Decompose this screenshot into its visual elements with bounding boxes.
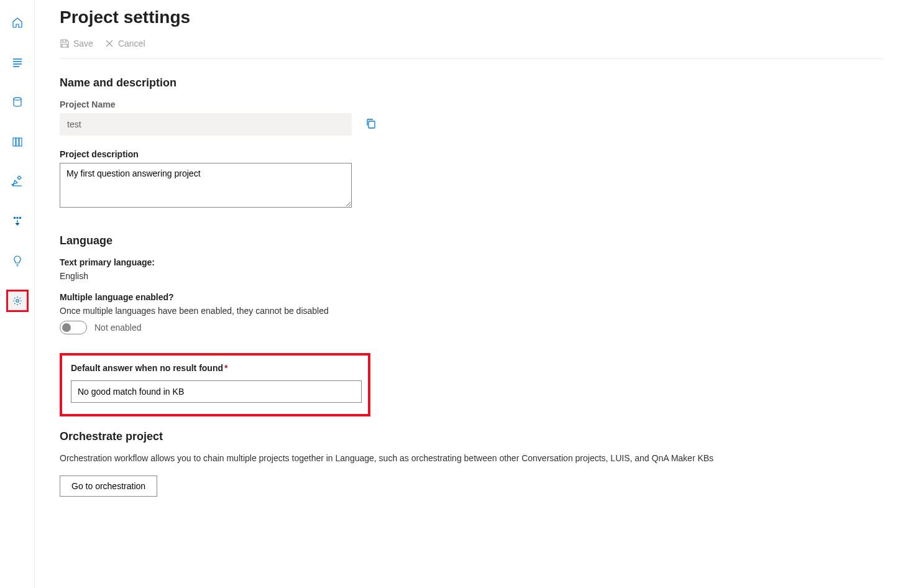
orchestrate-desc: Orchestration workflow allows you to cha… (60, 453, 883, 463)
default-answer-field[interactable] (71, 380, 362, 403)
sidebar-knowledge[interactable] (6, 131, 29, 153)
language-heading: Language (60, 234, 883, 247)
svg-point-0 (14, 98, 21, 100)
go-to-orchestration-button[interactable]: Go to orchestration (60, 475, 157, 497)
project-name-field (60, 113, 352, 136)
sidebar-suggestions[interactable] (6, 250, 29, 272)
sidebar-home[interactable] (6, 11, 29, 34)
edit-knowledge-icon (11, 175, 24, 188)
svg-rect-6 (19, 217, 21, 219)
svg-rect-3 (19, 138, 22, 146)
required-asterisk: * (224, 363, 227, 373)
project-desc-field[interactable] (60, 163, 352, 208)
left-nav-rail (0, 0, 35, 588)
library-icon (11, 136, 24, 148)
svg-rect-5 (16, 217, 18, 219)
sidebar-list[interactable] (6, 51, 29, 73)
cancel-button[interactable]: Cancel (104, 39, 145, 48)
svg-rect-2 (16, 138, 19, 146)
svg-rect-4 (14, 217, 16, 219)
gear-icon (11, 295, 24, 307)
sidebar-edit[interactable] (6, 170, 29, 193)
svg-point-7 (16, 300, 18, 302)
home-icon (11, 16, 24, 29)
lightbulb-icon (11, 255, 24, 267)
multi-lang-toggle-label: Not enabled (94, 323, 142, 333)
save-label: Save (73, 39, 93, 48)
copy-icon (365, 118, 377, 129)
default-answer-section: Default answer when no result found* (60, 353, 370, 416)
primary-lang-label: Text primary language: (60, 257, 883, 267)
main-content: Project settings Save Cancel Name and de… (35, 0, 908, 588)
multi-lang-note: Once multiple languages have been enable… (60, 306, 883, 316)
toolbar: Save Cancel (60, 39, 883, 59)
database-icon (11, 96, 24, 108)
cancel-label: Cancel (118, 39, 145, 48)
save-icon (60, 39, 70, 48)
svg-rect-8 (369, 121, 375, 128)
primary-lang-value: English (60, 271, 883, 281)
sidebar-database[interactable] (6, 91, 29, 113)
sidebar-deploy[interactable] (6, 210, 29, 232)
sidebar-settings[interactable] (6, 290, 29, 312)
project-name-label: Project Name (60, 99, 883, 109)
save-button[interactable]: Save (60, 39, 93, 48)
copy-name-button[interactable] (365, 118, 377, 131)
default-answer-label: Default answer when no result found* (71, 363, 359, 373)
svg-rect-1 (13, 138, 16, 146)
project-desc-label: Project description (60, 149, 883, 159)
deploy-icon (11, 215, 24, 227)
orchestrate-heading: Orchestrate project (60, 430, 883, 443)
page-title: Project settings (60, 7, 883, 27)
list-icon (11, 56, 24, 68)
close-icon (104, 39, 114, 48)
name-desc-heading: Name and description (60, 76, 883, 90)
multi-lang-toggle[interactable] (60, 321, 87, 334)
multi-lang-label: Multiple language enabled? (60, 292, 883, 302)
